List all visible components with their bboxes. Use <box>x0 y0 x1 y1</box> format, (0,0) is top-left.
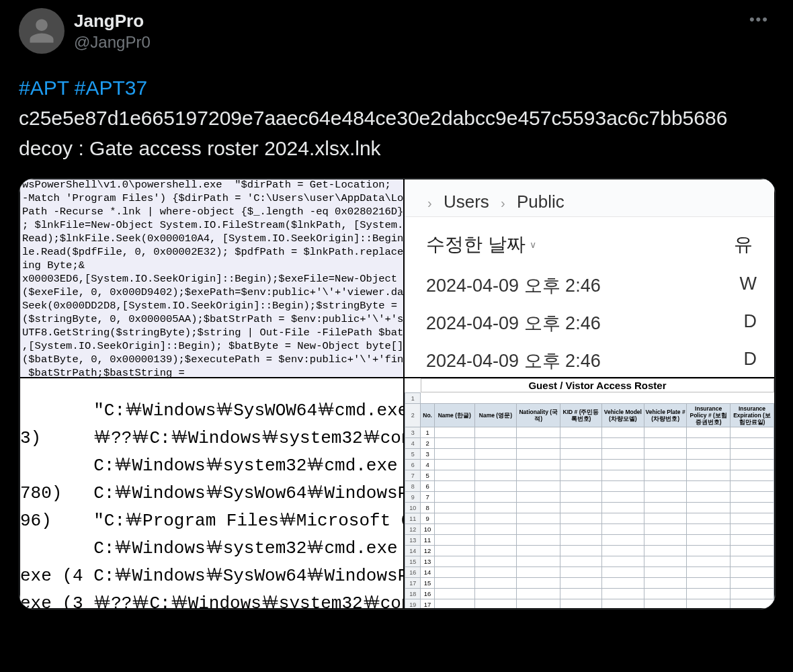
decoy-filename: Gate access roster 2024.xlsx.lnk <box>89 137 381 159</box>
media-grid[interactable]: wsPowerShell\v1.0\powershell.exe "$dirPa… <box>19 178 776 610</box>
media-image-4[interactable]: Guest / Vistor Access Roster 12No.Name (… <box>404 378 775 609</box>
media-image-2[interactable]: › Users › Public 수정한 날짜∨ 유 2024-04-09 오후… <box>404 179 775 378</box>
hash-value: c25e5e87d1e665197209e7aaec64e484ce30e2da… <box>19 107 727 129</box>
decoy-label: decoy : <box>19 137 89 159</box>
display-name[interactable]: JangPro <box>74 11 735 32</box>
tweet-body: #APT #APT37 c25e5e87d1e665197209e7aaec64… <box>19 73 774 163</box>
file-row[interactable]: 2024-04-09 오후 2:46W <box>426 267 753 304</box>
more-menu-button[interactable]: ••• <box>744 8 774 31</box>
avatar[interactable] <box>19 8 65 54</box>
media-image-3[interactable]: "C:￦Windows￦SysWOW64￦cmd.exe 3) ￦??￦C:￦W… <box>19 378 404 609</box>
chevron-right-icon: › <box>501 196 505 210</box>
col-type: 유 <box>734 232 753 257</box>
date-list: 2024-04-09 오후 2:46W 2024-04-09 오후 2:46D … <box>405 267 774 378</box>
breadcrumb: › Users › Public <box>405 179 774 217</box>
cmd-paths: "C:￦Windows￦SysWOW64￦cmd.exe 3) ￦??￦C:￦W… <box>20 396 403 609</box>
file-row[interactable]: 2024-04-09 오후 2:46D <box>426 342 753 378</box>
col-modified-date: 수정한 날짜 <box>426 234 526 255</box>
crumb-public[interactable]: Public <box>517 192 565 212</box>
chevron-right-icon: › <box>427 196 432 210</box>
person-icon <box>28 17 56 45</box>
user-block: JangPro @JangPr0 <box>74 8 735 52</box>
tweet-container: JangPro @JangPr0 ••• #APT #APT37 c25e5e8… <box>0 0 793 618</box>
crumb-users[interactable]: Users <box>444 192 489 212</box>
spreadsheet-table: 12No.Name (한글)Name (영문)Nationality (국적)K… <box>405 392 774 609</box>
file-row[interactable]: 2024-04-09 오후 2:46D <box>426 304 753 342</box>
column-header[interactable]: 수정한 날짜∨ 유 <box>405 217 774 267</box>
tweet-header: JangPro @JangPr0 ••• <box>19 8 774 54</box>
chevron-down-icon: ∨ <box>530 239 536 250</box>
powershell-code: wsPowerShell\v1.0\powershell.exe "$dirPa… <box>20 179 403 378</box>
media-image-1[interactable]: wsPowerShell\v1.0\powershell.exe "$dirPa… <box>19 179 404 378</box>
user-handle[interactable]: @JangPr0 <box>74 32 735 52</box>
decoy-line: decoy : Gate access roster 2024.xlsx.lnk <box>19 137 381 159</box>
hashtag-apt[interactable]: #APT <box>19 77 69 99</box>
sheet-title: Guest / Vistor Access Roster <box>421 378 774 392</box>
hashtag-apt37[interactable]: #APT37 <box>75 77 147 99</box>
